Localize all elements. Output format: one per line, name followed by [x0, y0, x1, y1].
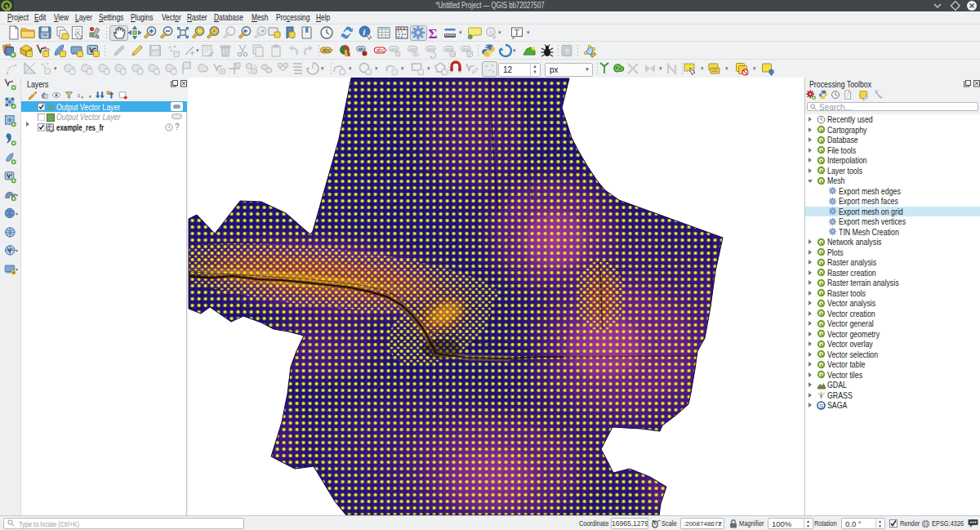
- svg-text:Σ: Σ: [429, 26, 438, 42]
- svg-text:abc: abc: [427, 47, 434, 51]
- svg-text:T: T: [514, 28, 519, 37]
- svg-text:a: a: [96, 33, 100, 40]
- svg-text:abc: abc: [323, 47, 332, 53]
- svg-text:ab: ab: [359, 47, 364, 51]
- svg-text:φ: φ: [81, 95, 83, 99]
- svg-text:abc: abc: [462, 47, 470, 51]
- svg-text:?: ?: [565, 47, 569, 56]
- svg-text:abc: abc: [376, 47, 385, 53]
- svg-text:abc: abc: [409, 47, 416, 51]
- svg-text:abc: abc: [390, 47, 398, 51]
- svg-text:abc: abc: [445, 47, 452, 51]
- svg-text:ε: ε: [78, 91, 80, 99]
- svg-text:S: S: [819, 402, 823, 409]
